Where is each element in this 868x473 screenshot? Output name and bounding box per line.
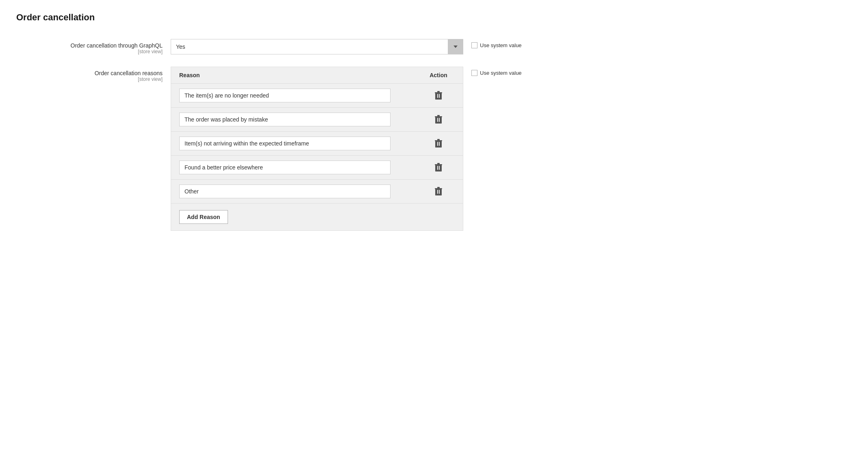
graphql-use-system-label[interactable]: Use system value (471, 42, 522, 48)
delete-reason-button-3[interactable] (432, 137, 445, 150)
trash-icon (435, 139, 442, 148)
reasons-use-system-label[interactable]: Use system value (471, 70, 522, 76)
graphql-label: Order cancellation through GraphQL (16, 42, 163, 49)
header-action: Action (422, 72, 455, 78)
svg-rect-13 (437, 142, 438, 146)
reason-input-5[interactable] (179, 184, 391, 198)
graphql-use-system-checkbox[interactable] (471, 42, 477, 48)
svg-rect-24 (439, 190, 440, 194)
graphql-select[interactable]: Yes No (171, 39, 463, 54)
svg-rect-20 (435, 189, 442, 195)
graphql-row: Order cancellation through GraphQL [stor… (16, 39, 852, 54)
graphql-control-col: Yes No (171, 39, 463, 54)
svg-rect-12 (437, 139, 440, 140)
reason-input-2[interactable] (179, 113, 391, 126)
trash-icon (435, 163, 442, 172)
reasons-label-col: Order cancellation reasons [store view] (16, 67, 171, 82)
add-reason-button[interactable]: Add Reason (179, 210, 228, 224)
svg-rect-23 (437, 190, 438, 194)
reason-row-2 (171, 108, 463, 132)
svg-rect-9 (439, 118, 440, 122)
delete-reason-button-5[interactable] (432, 184, 445, 198)
reasons-use-system-text: Use system value (480, 70, 522, 76)
reason-rows-container (171, 84, 463, 204)
reasons-sublabel: [store view] (16, 76, 163, 82)
form-section: Order cancellation through GraphQL [stor… (16, 39, 852, 243)
header-reason: Reason (179, 72, 422, 78)
svg-rect-4 (439, 94, 440, 98)
reason-input-3[interactable] (179, 137, 391, 150)
svg-rect-22 (437, 187, 440, 188)
svg-rect-3 (437, 94, 438, 98)
reason-input-1[interactable] (179, 89, 391, 102)
graphql-use-system-text: Use system value (480, 42, 522, 48)
delete-reason-button-1[interactable] (432, 89, 445, 102)
delete-reason-button-2[interactable] (432, 113, 445, 126)
svg-rect-2 (437, 91, 440, 92)
reason-row-5 (171, 180, 463, 204)
reason-input-4[interactable] (179, 161, 391, 174)
reason-row-4 (171, 156, 463, 180)
svg-rect-6 (435, 116, 442, 117)
svg-rect-0 (435, 93, 442, 100)
svg-rect-11 (435, 140, 442, 141)
svg-rect-1 (435, 92, 442, 93)
svg-rect-5 (435, 117, 442, 124)
graphql-label-col: Order cancellation through GraphQL [stor… (16, 39, 171, 54)
trash-icon (435, 187, 442, 196)
svg-rect-14 (439, 142, 440, 146)
add-reason-row: Add Reason (171, 204, 463, 230)
graphql-sublabel: [store view] (16, 49, 163, 54)
reason-row-3 (171, 132, 463, 156)
reasons-label: Order cancellation reasons (16, 70, 163, 76)
svg-rect-18 (437, 166, 438, 170)
reasons-extra-col: Use system value (463, 67, 522, 76)
svg-rect-15 (435, 165, 442, 171)
delete-reason-button-4[interactable] (432, 161, 445, 174)
svg-rect-19 (439, 166, 440, 170)
page-title: Order cancellation (16, 12, 852, 23)
reasons-row: Order cancellation reasons [store view] … (16, 67, 852, 231)
svg-rect-17 (437, 163, 440, 164)
svg-rect-8 (437, 118, 438, 122)
svg-rect-21 (435, 188, 442, 189)
trash-icon (435, 91, 442, 100)
reasons-use-system-checkbox[interactable] (471, 70, 477, 76)
trash-icon (435, 115, 442, 124)
reasons-control-col: Reason Action (171, 67, 463, 231)
reasons-table: Reason Action (171, 67, 463, 231)
svg-rect-7 (437, 115, 440, 116)
reason-row-1 (171, 84, 463, 108)
graphql-select-wrapper: Yes No (171, 39, 463, 54)
reasons-table-header: Reason Action (171, 67, 463, 84)
svg-rect-10 (435, 141, 442, 148)
svg-rect-16 (435, 164, 442, 165)
graphql-extra-col: Use system value (463, 39, 522, 48)
